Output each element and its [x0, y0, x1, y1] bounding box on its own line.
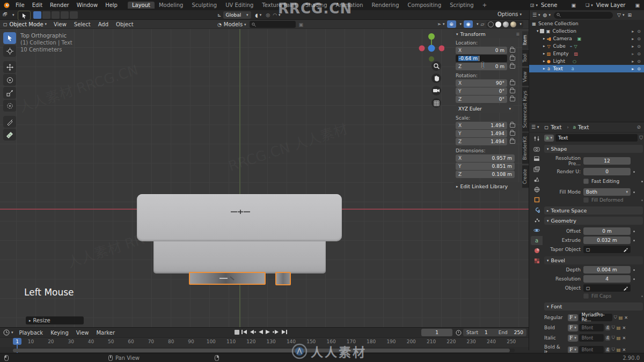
eye-visibility-icon[interactable]: ⊙ — [637, 51, 641, 56]
cursor-select-icon[interactable]: ▸ — [632, 67, 634, 71]
font-italic-field[interactable]: Bfont — [579, 334, 604, 342]
tab-tool[interactable] — [531, 134, 543, 143]
cursor-select-icon[interactable]: ▸ — [632, 59, 634, 64]
breadcrumb-object[interactable]: Text — [551, 124, 561, 130]
outliner-row-camera[interactable]: ▸ ◂▮ Camera ▣ ▸⊙ — [529, 35, 644, 42]
eye-visibility-icon[interactable]: ⊙ — [637, 59, 641, 64]
fill-caps-checkbox[interactable] — [583, 293, 589, 299]
n-panel-tab[interactable]: Tool — [522, 50, 529, 67]
collection-checkbox[interactable] — [540, 29, 544, 33]
breadcrumb-data[interactable]: Text — [578, 124, 589, 130]
scene-name[interactable]: Scene — [541, 2, 558, 8]
unlink-x-icon[interactable]: ✕ — [622, 326, 626, 330]
viewport-menu-item[interactable]: Add — [94, 21, 112, 27]
tab-texture[interactable] — [531, 256, 543, 265]
cursor-select-icon[interactable]: ▸ — [632, 29, 634, 34]
users-count[interactable]: 4 — [605, 336, 610, 341]
fake-user-shield-icon[interactable]: ⛉ — [612, 325, 615, 330]
new-view-layer-icon[interactable]: ▣ — [635, 3, 640, 8]
fake-user-shield-icon[interactable]: ⛉ — [639, 135, 643, 141]
timeline-menu-item[interactable]: Playback — [16, 330, 47, 336]
clock-icon[interactable] — [3, 329, 10, 336]
menu-item[interactable]: File — [12, 2, 28, 8]
lock-icon[interactable] — [510, 48, 515, 53]
users-count[interactable]: 4 — [605, 348, 610, 352]
font-f-dropdown[interactable]: F▾ — [568, 335, 578, 342]
play-button[interactable] — [265, 329, 271, 335]
proportional-edit-icon[interactable]: ◎ — [266, 12, 270, 18]
n-panel-tab[interactable]: View — [522, 68, 529, 86]
lock-icon[interactable] — [510, 89, 515, 93]
extrude-field[interactable]: 0.032 m — [583, 237, 631, 244]
proportional-falloff-icon[interactable]: ◠ — [273, 12, 277, 18]
fake-user-shield-icon[interactable]: ⛉ — [612, 347, 615, 352]
select-tool-visibility-icon[interactable]: ➣▾ — [437, 21, 444, 27]
animate-dot[interactable] — [633, 191, 635, 193]
snap-magnet-icon[interactable]: ◖ — [255, 12, 258, 18]
select-extend-button[interactable] — [42, 11, 50, 19]
unlink-x-icon[interactable]: ✕ — [624, 315, 628, 320]
workspace-tab[interactable]: Scripting — [445, 2, 478, 9]
tool-transform[interactable] — [3, 100, 16, 112]
unlink-x-icon[interactable]: ✕ — [622, 336, 626, 341]
timeline-ruler[interactable]: 1020304050607080901001101201301401501601… — [0, 337, 529, 347]
tab-modifiers[interactable] — [531, 205, 543, 215]
animate-dot[interactable] — [633, 278, 635, 280]
new-scene-icon[interactable]: ▣ — [571, 3, 576, 8]
workspace-tab[interactable]: Compositing — [404, 2, 446, 9]
tool-measure[interactable] — [3, 129, 16, 141]
tab-view-layer[interactable] — [531, 165, 543, 174]
n-panel-tab[interactable]: Create — [522, 165, 529, 188]
animate-dot[interactable] — [641, 295, 643, 297]
outliner-display-mode-icon[interactable]: ☰ — [532, 12, 537, 18]
scale-x-field[interactable]: X1.494 — [456, 122, 507, 129]
open-folder-icon[interactable]: ▤ — [619, 315, 623, 320]
animate-dot[interactable] — [641, 200, 643, 201]
menu-item[interactable]: Window — [73, 2, 101, 8]
open-folder-icon[interactable]: ▤ — [617, 348, 621, 352]
bevel-resolution-field[interactable]: 4 — [583, 275, 631, 283]
asset-category-dropdown[interactable]: Models▾ — [224, 21, 246, 27]
viewport-menu-item[interactable]: View — [50, 21, 70, 27]
xray-toggle-icon[interactable]: ▱ — [481, 21, 485, 27]
lock-icon[interactable] — [510, 97, 515, 101]
expand-icon[interactable]: ▸ — [543, 51, 545, 56]
tool-scale[interactable] — [3, 87, 16, 99]
taper-object-field[interactable]: ▢ — [583, 246, 631, 253]
new-collection-icon[interactable]: ⊞ — [627, 12, 632, 18]
workspace-tab[interactable]: Sculpting — [187, 2, 221, 9]
lock-icon[interactable] — [510, 139, 515, 144]
eye-visibility-icon[interactable]: ⊙ — [637, 44, 641, 49]
workspace-tab[interactable]: UV Editing — [221, 2, 258, 9]
n-panel-tab[interactable]: Item — [522, 31, 529, 49]
data-name-field[interactable]: Text — [555, 134, 638, 142]
open-folder-icon[interactable]: ▤ — [617, 336, 621, 341]
eye-visibility-icon[interactable]: ⊙ — [637, 36, 641, 41]
outliner-row-text-selected[interactable]: ▸ a Text a ▸⊙ — [529, 65, 644, 72]
menu-item[interactable]: Render — [46, 2, 73, 8]
tool-cursor[interactable] — [3, 45, 16, 57]
rotation-x-field[interactable]: X90° — [456, 79, 507, 87]
operator-panel[interactable]: ▸ Resize — [26, 316, 84, 324]
lock-icon[interactable] — [510, 131, 515, 136]
move-view-icon[interactable] — [431, 73, 441, 83]
lock-icon[interactable] — [510, 64, 515, 69]
expand-icon[interactable]: ▸ — [543, 44, 545, 48]
font-panel-header[interactable]: ▾Font — [544, 302, 643, 311]
camera-view-icon[interactable] — [431, 86, 441, 95]
resolution-preview-field[interactable]: 12 — [583, 157, 631, 165]
lock-icon[interactable] — [510, 56, 515, 61]
animate-dot[interactable] — [633, 231, 635, 232]
workspace-tab[interactable]: + — [478, 2, 491, 9]
pin-icon[interactable]: ⊘ — [636, 124, 641, 130]
fast-editing-checkbox[interactable] — [583, 179, 589, 184]
end-frame-value[interactable]: 250 — [514, 330, 523, 335]
eye-visibility-icon[interactable]: ⊙ — [637, 29, 641, 34]
animate-dot[interactable] — [633, 171, 635, 173]
font-f-dropdown[interactable]: F▾ — [568, 324, 578, 331]
jump-to-start-button[interactable] — [241, 329, 247, 335]
shading-solid-icon[interactable] — [495, 21, 501, 27]
next-keyframe-button[interactable] — [273, 329, 280, 335]
cursor-select-icon[interactable]: ▸ — [632, 44, 634, 49]
fill-deformed-checkbox[interactable] — [583, 197, 589, 203]
